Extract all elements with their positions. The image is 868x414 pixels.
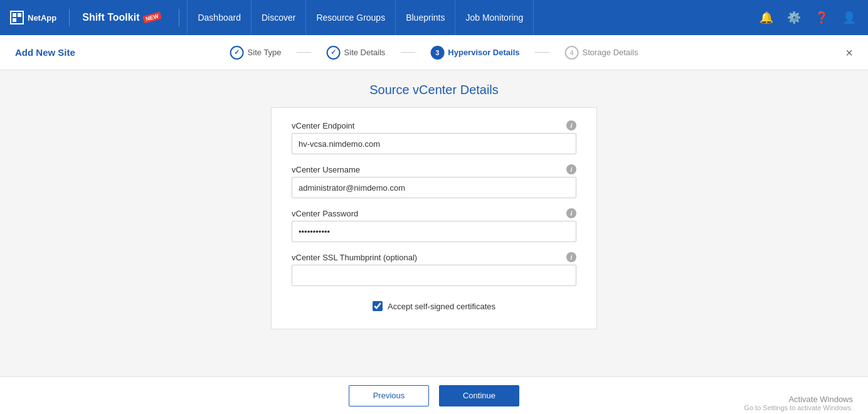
step-3-label: Hypervisor Details	[448, 48, 519, 57]
svg-rect-2	[18, 13, 21, 17]
step-storage-details: 4 Storage Details	[565, 46, 638, 60]
form-group-password: vCenter Password i	[292, 208, 576, 242]
endpoint-info-icon[interactable]: i	[566, 120, 576, 130]
subheader: Add New Site ✓ Site Type ✓ Site Details …	[0, 35, 868, 70]
step-divider-2	[400, 52, 415, 53]
step-divider-1	[297, 52, 312, 53]
nav-discover[interactable]: Discover	[251, 0, 306, 35]
nav-job-monitoring[interactable]: Job Monitoring	[455, 0, 534, 35]
previous-button[interactable]: Previous	[349, 385, 429, 406]
step-site-type: ✓ Site Type	[230, 46, 282, 60]
endpoint-label: vCenter Endpoint	[292, 121, 354, 130]
username-label-row: vCenter Username i	[292, 164, 576, 174]
page-title: Add New Site	[15, 47, 75, 58]
accept-cert-row: Accept self-signed certificates	[292, 296, 576, 316]
top-navigation: NetApp Shift Toolkit NEW Dashboard Disco…	[0, 0, 868, 35]
svg-rect-1	[13, 13, 16, 17]
step-2-icon: ✓	[327, 46, 341, 60]
ssl-info-icon[interactable]: i	[566, 252, 576, 262]
footer: Previous Continue Activate Windows Go to…	[0, 376, 868, 414]
nav-divider-2	[179, 9, 179, 26]
vcenter-ssl-input[interactable]	[292, 265, 576, 286]
step-4-label: Storage Details	[583, 48, 638, 57]
password-label-row: vCenter Password i	[292, 208, 576, 218]
svg-rect-3	[13, 18, 16, 22]
password-info-icon[interactable]: i	[566, 208, 576, 218]
step-4-icon: 4	[565, 46, 579, 60]
step-1-icon: ✓	[230, 46, 244, 60]
nav-divider-1	[69, 9, 70, 26]
activate-windows-subtitle: Go to Settings to activate Windows.	[744, 404, 853, 411]
endpoint-label-row: vCenter Endpoint i	[292, 120, 576, 130]
continue-button[interactable]: Continue	[439, 385, 519, 406]
accept-cert-checkbox[interactable]	[373, 301, 383, 311]
ssl-label: vCenter SSL Thumbprint (optional)	[292, 253, 417, 262]
form-group-ssl: vCenter SSL Thumbprint (optional) i	[292, 252, 576, 286]
nav-links: Dashboard Discover Resource Groups Bluep…	[187, 0, 758, 35]
notifications-icon[interactable]: 🔔	[758, 9, 775, 26]
activate-windows-title: Activate Windows	[744, 395, 853, 404]
netapp-text: NetApp	[28, 13, 56, 23]
settings-icon[interactable]: ⚙️	[785, 9, 803, 26]
form-title: Source vCenter Details	[369, 83, 499, 97]
vcenter-endpoint-input[interactable]	[292, 133, 576, 154]
username-label: vCenter Username	[292, 165, 360, 174]
wizard-steps: ✓ Site Type ✓ Site Details 3 Hypervisor …	[230, 46, 638, 60]
main-content: Source vCenter Details vCenter Endpoint …	[0, 70, 868, 376]
nav-icon-group: 🔔 ⚙️ ❓ 👤	[758, 9, 858, 26]
form-group-endpoint: vCenter Endpoint i	[292, 120, 576, 154]
nav-dashboard[interactable]: Dashboard	[187, 0, 251, 35]
logo-area: NetApp Shift Toolkit NEW	[10, 9, 161, 26]
form-inner: vCenter Endpoint i vCenter Username i vC…	[272, 108, 596, 329]
step-2-label: Site Details	[344, 48, 386, 57]
activate-windows: Activate Windows Go to Settings to activ…	[744, 395, 853, 411]
password-label: vCenter Password	[292, 209, 358, 218]
shift-toolkit-title: Shift Toolkit NEW	[82, 12, 161, 23]
netapp-logo: NetApp	[10, 11, 56, 24]
help-icon[interactable]: ❓	[813, 9, 830, 26]
close-button[interactable]: ×	[845, 46, 853, 59]
ssl-label-row: vCenter SSL Thumbprint (optional) i	[292, 252, 576, 262]
step-3-icon: 3	[430, 46, 444, 60]
new-badge: NEW	[142, 11, 162, 23]
step-divider-3	[535, 52, 550, 53]
nav-blueprints[interactable]: Blueprints	[396, 0, 455, 35]
accept-cert-label: Accept self-signed certificates	[388, 302, 495, 311]
netapp-icon	[10, 11, 24, 24]
step-site-details: ✓ Site Details	[327, 46, 386, 60]
form-container: vCenter Endpoint i vCenter Username i vC…	[271, 107, 597, 329]
vcenter-username-input[interactable]	[292, 177, 576, 198]
form-group-username: vCenter Username i	[292, 164, 576, 198]
user-icon[interactable]: 👤	[840, 9, 858, 26]
nav-resource-groups[interactable]: Resource Groups	[306, 0, 396, 35]
step-1-label: Site Type	[248, 48, 282, 57]
vcenter-password-input[interactable]	[292, 221, 576, 242]
step-hypervisor-details: 3 Hypervisor Details	[430, 46, 519, 60]
username-info-icon[interactable]: i	[566, 164, 576, 174]
